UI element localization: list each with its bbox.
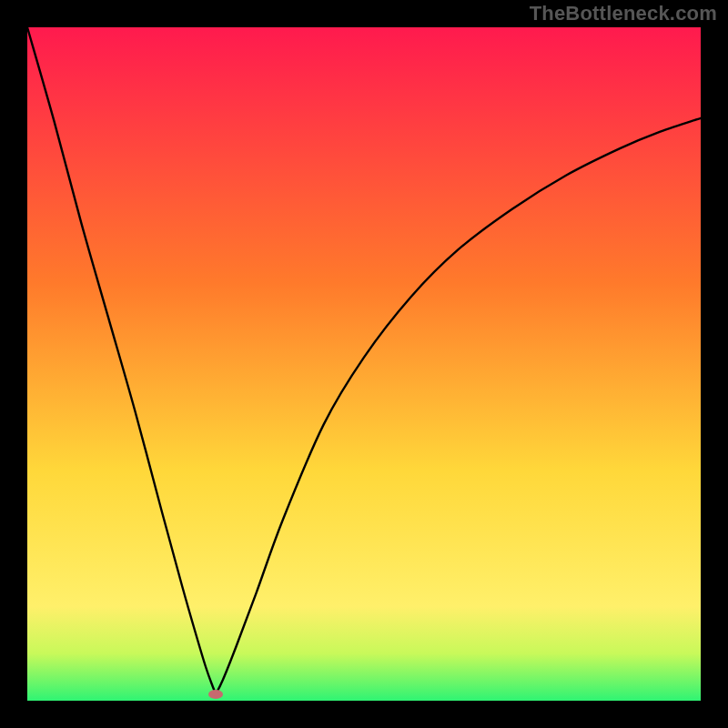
curve-layer: [27, 27, 701, 701]
dip-marker: [208, 690, 223, 699]
curve-left-branch: [27, 27, 216, 694]
chart-frame: TheBottleneck.com: [0, 0, 728, 728]
watermark-text: TheBottleneck.com: [530, 2, 717, 25]
curve-right-branch: [216, 118, 701, 694]
plot-area: [27, 27, 701, 701]
